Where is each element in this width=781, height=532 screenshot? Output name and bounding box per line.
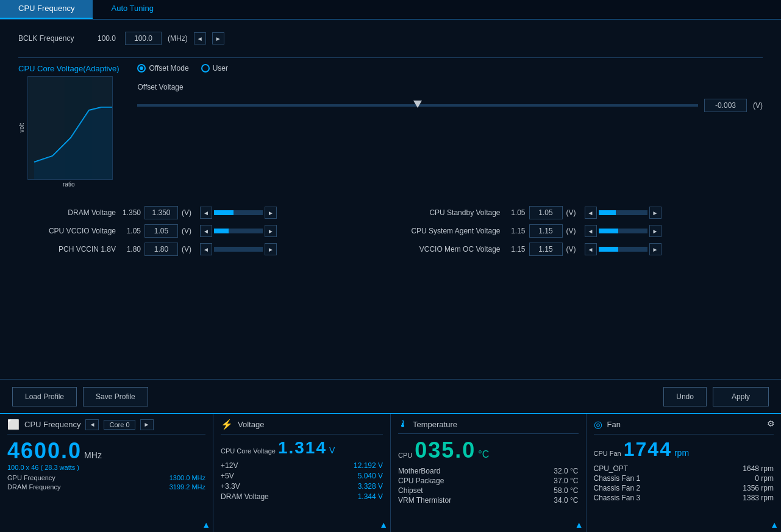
vccio-mem-volt-label: VCCIO Mem OC Voltage	[403, 245, 501, 254]
cpu-icon: ⬜	[7, 419, 20, 430]
chassis-fan1-value: 0 rpm	[755, 474, 774, 483]
offset-slider-track[interactable]	[137, 104, 698, 107]
cpu-package-temp-value: 37.0 °C	[554, 477, 578, 485]
dram-volt-mon-value: 1.344 V	[358, 492, 383, 501]
offset-label: Offset Voltage	[137, 83, 183, 91]
apply-button[interactable]: Apply	[713, 387, 769, 406]
gpu-freq-row: GPU Frequency 1300.0 MHz	[7, 474, 205, 481]
standby-decrement[interactable]: ◄	[585, 207, 597, 219]
offset-value-input[interactable]	[704, 99, 747, 112]
vccio-increment[interactable]: ►	[265, 225, 277, 237]
chassis-fan2-value: 1356 rpm	[743, 484, 774, 492]
cpu-voltage-section: CPU Core Voltage(Adaptive) volt ratio	[18, 64, 763, 188]
voltage-right-col: CPU Standby Voltage 1.05 (V) ◄ ► CPU Sys…	[403, 206, 763, 256]
cpu-package-temp-row: CPU Package 37.0 °C	[398, 477, 579, 485]
volt-row-sysagent: CPU System Agent Voltage 1.15 (V) ◄ ►	[403, 224, 763, 238]
dram-volt-slider: ◄ ►	[200, 207, 277, 219]
cpu-opt-label: CPU_OPT	[594, 464, 629, 473]
motherboard-temp-row: MotherBoard 32.0 °C	[398, 467, 579, 475]
vccio-mem-volt-slider: ◄ ►	[585, 243, 662, 255]
cpu-temp-unit: °C	[478, 449, 489, 460]
12v-value: 12.192 V	[354, 461, 383, 470]
chart-x-label: ratio	[18, 181, 119, 188]
pch-volt-label: PCH VCCIN 1.8V	[18, 245, 116, 254]
cpu-temp-label: CPU	[398, 452, 412, 459]
undo-button[interactable]: Undo	[663, 387, 707, 406]
pch-decrement[interactable]: ◄	[200, 243, 212, 255]
dram-volt-input[interactable]	[144, 206, 178, 219]
standby-volt-input[interactable]	[529, 206, 563, 219]
sysagent-increment[interactable]: ►	[649, 225, 662, 237]
gpu-freq-value: 1300.0 MHz	[169, 474, 205, 481]
gear-icon[interactable]: ⚙	[767, 419, 775, 428]
vccio-mem-decrement[interactable]: ◄	[585, 243, 597, 255]
core-next-button[interactable]: ►	[140, 419, 154, 430]
tab-cpu-frequency[interactable]: CPU Frequency	[0, 0, 93, 19]
12v-label: +12V	[221, 461, 238, 470]
chassis-fan1-row: Chassis Fan 1 0 rpm	[594, 474, 774, 483]
bclk-divider	[18, 57, 763, 58]
main-content: BCLK Frequency 100.0 (MHz) ◄ ► CPU Core …	[0, 20, 781, 379]
vccio-volt-label: CPU VCCIO Voltage	[18, 227, 116, 235]
dram-increment[interactable]: ►	[265, 207, 277, 219]
vccio-mem-increment[interactable]: ►	[649, 243, 662, 255]
dram-freq-row: DRAM Frequency 3199.2 MHz	[7, 483, 205, 491]
bclk-increment-button[interactable]: ►	[212, 32, 224, 44]
dram-decrement[interactable]: ◄	[200, 207, 212, 219]
pch-increment[interactable]: ►	[265, 243, 277, 255]
volt-detail-dram: DRAM Voltage 1.344 V	[221, 492, 383, 501]
vccio-mem-volt-current: 1.15	[504, 245, 526, 254]
cpu-core-volt-value: 1.314	[278, 438, 327, 458]
cpu-freq-big-row: 4600.0 MHz	[7, 438, 205, 464]
load-profile-button[interactable]: Load Profile	[12, 387, 77, 406]
bclk-decrement-button[interactable]: ◄	[194, 32, 206, 44]
standby-increment[interactable]: ►	[649, 207, 662, 219]
vccio-mem-volt-unit: (V)	[566, 245, 581, 254]
user-mode-dot[interactable]	[201, 64, 210, 73]
temp-title: Temperature	[413, 420, 457, 429]
tab-auto-tuning[interactable]: Auto Tuning	[93, 0, 171, 19]
voltage-chart	[27, 76, 113, 180]
offset-row: Offset Voltage	[137, 83, 763, 91]
dram-volt-unit: (V)	[182, 208, 196, 217]
cpu-package-label: CPU Package	[398, 477, 444, 485]
5v-label: +5V	[221, 472, 234, 480]
user-mode-radio[interactable]: User	[201, 64, 228, 73]
temperature-panel: 🌡 Temperature CPU 035.0 °C MotherBoard 3…	[391, 414, 587, 532]
vccio-volt-unit: (V)	[182, 227, 196, 235]
offset-mode-radio[interactable]: Offset Mode	[137, 64, 188, 73]
core-prev-button[interactable]: ◄	[85, 419, 99, 430]
motherboard-temp-value: 32.0 °C	[554, 467, 578, 475]
chipset-label: Chipset	[398, 486, 423, 495]
vccio-volt-slider: ◄ ►	[200, 225, 277, 237]
fan-icon: ◎	[594, 419, 602, 430]
pch-volt-slider: ◄ ►	[200, 243, 277, 255]
vrm-temp-row: VRM Thermistor 34.0 °C	[398, 496, 579, 505]
pch-volt-input[interactable]	[144, 243, 178, 256]
save-profile-button[interactable]: Save Profile	[83, 387, 148, 406]
cpu-freq-value: 4600.0	[7, 438, 82, 464]
voltage-corner-arrow: ▲	[379, 520, 388, 530]
offset-slider-thumb[interactable]	[413, 101, 422, 108]
voltage-icon: ⚡	[221, 419, 233, 430]
sysagent-decrement[interactable]: ◄	[585, 225, 597, 237]
standby-volt-label: CPU Standby Voltage	[403, 208, 501, 217]
volt-detail-3v3: +3.3V 3.328 V	[221, 482, 383, 491]
monitors-bar: ⬜ CPU Frequency ◄ Core 0 ► 4600.0 MHz 10…	[0, 413, 781, 532]
vccio-volt-input[interactable]	[144, 224, 178, 238]
voltage-controls: Offset Mode User Offset Voltage (V)	[137, 64, 763, 188]
chassis-fan3-row: Chassis Fan 3 1383 rpm	[594, 494, 774, 502]
vccio-decrement[interactable]: ◄	[200, 225, 212, 237]
sysagent-volt-input[interactable]	[529, 224, 563, 238]
bclk-input[interactable]	[125, 32, 162, 45]
fan-corner-arrow: ▲	[770, 520, 779, 530]
vccio-mem-volt-input[interactable]	[529, 243, 563, 256]
chassis-fan2-row: Chassis Fan 2 1356 rpm	[594, 484, 774, 492]
chassis-fan3-value: 1383 rpm	[743, 494, 774, 502]
gpu-freq-label: GPU Frequency	[7, 474, 55, 481]
voltage-chart-svg	[28, 77, 113, 180]
volt-detail-5v: +5V 5.040 V	[221, 472, 383, 480]
chassis-fan1-label: Chassis Fan 1	[594, 474, 641, 483]
offset-mode-dot[interactable]	[137, 64, 146, 73]
cpu-opt-row: CPU_OPT 1648 rpm	[594, 464, 774, 473]
